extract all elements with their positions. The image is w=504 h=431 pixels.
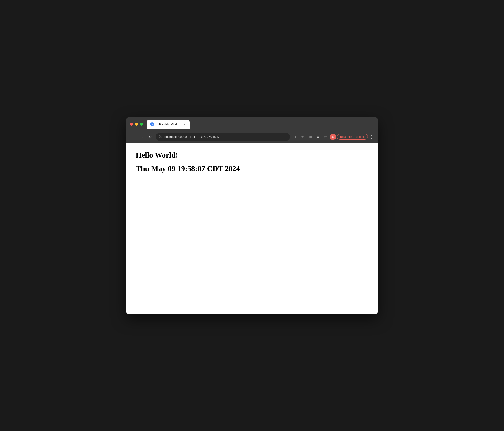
address-bar[interactable]: ⓘ localhost:8080/JspTest-1.0-SNAPSHOT/	[156, 133, 290, 141]
bookmark-icon: ☆	[301, 135, 304, 139]
tab-close-button[interactable]: ×	[182, 122, 186, 126]
more-options-button[interactable]: ⋮	[369, 134, 374, 140]
extensions-button[interactable]: ⊞	[307, 133, 314, 140]
sidebar-button[interactable]: ▭	[322, 133, 329, 140]
traffic-lights	[130, 122, 143, 126]
window-menu-button[interactable]: ⌄	[367, 122, 374, 127]
minimize-traffic-light[interactable]	[135, 122, 138, 126]
profile-button[interactable]: E	[330, 134, 336, 140]
extensions-icon: ⊞	[309, 135, 312, 139]
svg-text:J: J	[152, 123, 153, 125]
share-button[interactable]: ⬆	[292, 133, 298, 140]
bookmark-button[interactable]: ☆	[299, 133, 306, 140]
forward-icon: →	[140, 135, 144, 139]
page-heading: Hello World!	[136, 151, 368, 159]
maximize-traffic-light[interactable]	[140, 122, 143, 126]
nav-actions: ⬆ ☆ ⊞ ≡ ▭ E Relaunch to update ⋮	[292, 133, 374, 140]
url-display: localhost:8080/JspTest-1.0-SNAPSHOT/	[164, 135, 287, 139]
secure-icon: ⓘ	[159, 135, 162, 139]
tab-manager-button[interactable]: ≡	[315, 133, 321, 140]
tab-manager-icon: ≡	[317, 135, 319, 139]
new-tab-button[interactable]: +	[190, 121, 197, 128]
tab-title: JSP - Hello World	[156, 122, 180, 126]
tab-favicon: J	[150, 122, 154, 126]
back-button[interactable]: ←	[130, 133, 137, 140]
relaunch-button[interactable]: Relaunch to update	[337, 134, 368, 140]
reload-button[interactable]: ↻	[147, 133, 154, 140]
share-icon: ⬆	[294, 135, 297, 139]
active-tab[interactable]: J JSP - Hello World ×	[147, 120, 189, 129]
forward-button[interactable]: →	[139, 133, 145, 140]
title-bar: J JSP - Hello World × + ⌄	[126, 117, 378, 131]
close-traffic-light[interactable]	[130, 122, 133, 126]
sidebar-icon: ▭	[324, 135, 327, 139]
browser-window: J JSP - Hello World × + ⌄ ← → ↻	[126, 117, 378, 314]
back-icon: ←	[132, 135, 135, 139]
navigation-bar: ← → ↻ ⓘ localhost:8080/JspTest-1.0-SNAPS…	[126, 131, 378, 143]
url-host: localhost:8080/JspTest-1.0-SNAPSHOT/	[164, 135, 219, 139]
reload-icon: ↻	[149, 135, 152, 139]
page-datetime: Thu May 09 19:58:07 CDT 2024	[136, 164, 368, 173]
page-content: Hello World! Thu May 09 19:58:07 CDT 202…	[126, 143, 378, 314]
tabs-row: J JSP - Hello World × + ⌄	[147, 120, 374, 129]
